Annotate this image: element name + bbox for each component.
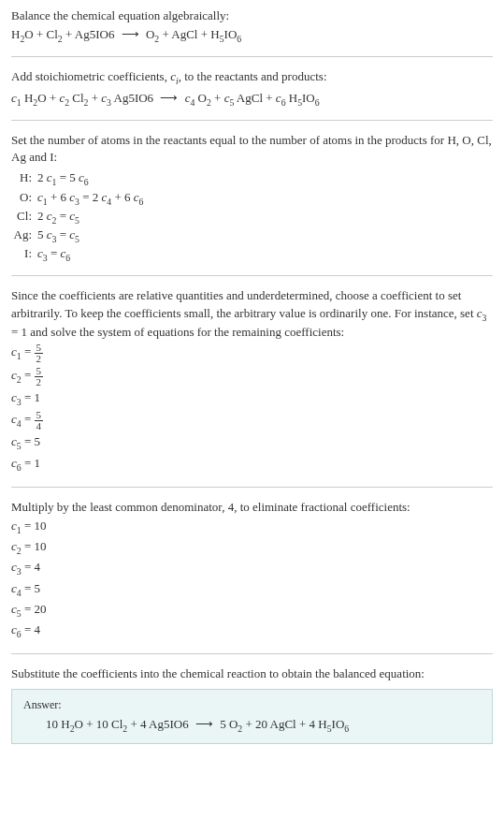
section-add-coefficients: Add stoichiometric coefficients, ci, to … — [11, 68, 493, 120]
section-solve: Since the coefficients are relative quan… — [11, 287, 493, 487]
c6-final: c6 = 4 — [11, 621, 493, 640]
arrow-icon: ⟶ — [160, 90, 178, 107]
atom-row-ag: Ag: 5 c3 = c5 — [11, 227, 493, 245]
atom-row-cl: Cl: 2 c2 = c5 — [11, 208, 493, 227]
c1-final: c1 = 10 — [11, 518, 493, 536]
c3-final: c3 = 4 — [11, 559, 493, 577]
answer-box: Answer: 10 H2O + 10 Cl2 + 4 Ag5IO6 ⟶ 5 O… — [11, 689, 493, 744]
unbalanced-equation: H2O + Cl2 + Ag5IO6 ⟶ O2 + AgCl + H5IO6 — [11, 26, 493, 45]
c4-solve: c4 = 54 — [11, 410, 493, 431]
solve-title: Since the coefficients are relative quan… — [11, 287, 493, 341]
section-answer: Substitute the coefficients into the che… — [11, 665, 493, 743]
atom-row-h: H: 2 c1 = 5 c6 — [11, 169, 493, 188]
coeff-equation: c1 H2O + c2 Cl2 + c3 Ag5IO6 ⟶ c4 O2 + c5… — [11, 90, 493, 109]
c1-solve: c1 = 52 — [11, 343, 493, 364]
atom-row-o: O: c1 + 6 c3 = 2 c4 + 6 c6 — [11, 189, 493, 208]
atom-eq-title: Set the number of atoms in the reactants… — [11, 132, 493, 166]
c4-final: c4 = 5 — [11, 580, 493, 599]
c5-final: c5 = 20 — [11, 601, 493, 620]
section-atom-equations: Set the number of atoms in the reactants… — [11, 132, 493, 277]
substitute-title: Substitute the coefficients into the che… — [11, 665, 493, 682]
atom-row-i: I: c3 = c6 — [11, 245, 493, 264]
add-coeff-title: Add stoichiometric coefficients, ci, to … — [11, 68, 493, 87]
c5-solve: c5 = 5 — [11, 433, 493, 452]
atom-table: H: 2 c1 = 5 c6 O: c1 + 6 c3 = 2 c4 + 6 c… — [11, 169, 493, 264]
c2-final: c2 = 10 — [11, 538, 493, 557]
c3-solve: c3 = 1 — [11, 389, 493, 408]
intro-title: Balance the chemical equation algebraica… — [11, 7, 493, 24]
answer-label: Answer: — [23, 697, 481, 713]
arrow-icon: ⟶ — [122, 26, 139, 43]
multiply-title: Multiply by the least common denominator… — [11, 499, 493, 516]
balanced-equation: 10 H2O + 10 Cl2 + 4 Ag5IO6 ⟶ 5 O2 + 20 A… — [23, 716, 481, 735]
section-balance-intro: Balance the chemical equation algebraica… — [11, 7, 493, 57]
c2-solve: c2 = 52 — [11, 366, 493, 387]
c6-solve: c6 = 1 — [11, 455, 493, 474]
section-multiply: Multiply by the least common denominator… — [11, 499, 493, 655]
arrow-icon: ⟶ — [195, 716, 213, 733]
